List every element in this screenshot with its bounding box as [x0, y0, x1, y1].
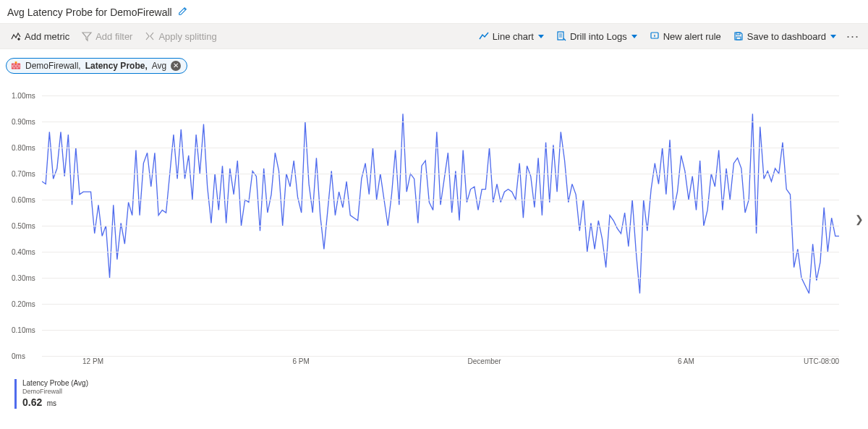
more-options-button[interactable]: ··· — [843, 29, 862, 44]
line-chart-icon — [478, 30, 490, 42]
next-time-range-button[interactable]: ❯ — [855, 213, 864, 225]
svg-rect-3 — [736, 33, 740, 35]
gridline — [42, 174, 839, 174]
timezone-label: UTC-08:00 — [804, 357, 839, 365]
add-metric-button[interactable]: Add metric — [6, 27, 74, 45]
gridline — [42, 304, 839, 305]
legend: Latency Probe (Avg) DemoFirewall 0.62 ms — [0, 369, 868, 409]
y-axis-label: 0ms — [12, 352, 25, 360]
add-filter-button[interactable]: Add filter — [77, 27, 137, 45]
y-axis-label: 0.40ms — [12, 248, 35, 256]
apply-splitting-label: Apply splitting — [158, 31, 216, 42]
chevron-down-icon — [631, 35, 637, 38]
x-axis-label: December — [468, 357, 501, 365]
chart-area: ❯ 0ms0.10ms0.20ms0.30ms0.40ms0.50ms0.60m… — [0, 82, 868, 356]
filter-icon — [81, 30, 93, 42]
svg-rect-1 — [558, 32, 563, 40]
new-alert-label: New alert rule — [663, 31, 721, 42]
gridline — [42, 252, 839, 252]
legend-series-resource: DemoFirewall — [22, 388, 868, 396]
gridline — [42, 95, 839, 96]
gridline — [42, 122, 839, 122]
metric-pill[interactable]: DemoFirewall, Latency Probe, Avg ✕ — [6, 58, 187, 74]
drill-logs-label: Drill into Logs — [570, 31, 627, 42]
y-axis-label: 0.90ms — [12, 118, 35, 126]
legend-value: 0.62 — [22, 396, 42, 408]
drill-logs-dropdown[interactable]: Drill into Logs — [551, 27, 642, 45]
save-dashboard-label: Save to dashboard — [747, 31, 826, 42]
chevron-down-icon — [830, 35, 836, 38]
pill-resource: DemoFirewall, — [25, 61, 81, 71]
chevron-down-icon — [538, 35, 544, 38]
legend-unit: ms — [47, 399, 56, 407]
chart-header: Avg Latency Probe for DemoFirewall — [0, 0, 868, 23]
gridline — [42, 200, 839, 200]
x-axis-label: 6 PM — [292, 357, 309, 365]
toolbar: Add metric Add filter Apply splitting Li… — [0, 23, 868, 49]
new-alert-button[interactable]: New alert rule — [644, 27, 726, 45]
gridline — [42, 226, 839, 226]
y-axis-label: 0.60ms — [12, 196, 35, 204]
legend-series-name: Latency Probe (Avg) — [22, 379, 868, 388]
y-axis-label: 0.20ms — [12, 300, 35, 308]
y-axis-label: 0.80ms — [12, 144, 35, 152]
x-axis-label: 12 PM — [82, 357, 103, 365]
edit-title-icon[interactable] — [178, 6, 188, 19]
split-icon — [144, 30, 156, 42]
alert-icon — [649, 30, 660, 42]
plot-area[interactable] — [42, 95, 839, 356]
gridline — [42, 148, 839, 148]
add-metric-icon — [10, 30, 22, 42]
y-axis-label: 0.50ms — [12, 222, 35, 230]
apply-splitting-button[interactable]: Apply splitting — [140, 27, 221, 45]
x-axis-label: 6 AM — [678, 357, 694, 365]
remove-metric-icon[interactable]: ✕ — [171, 61, 181, 71]
gridline — [42, 330, 839, 331]
metric-pills-row: DemoFirewall, Latency Probe, Avg ✕ — [0, 49, 868, 82]
save-dashboard-dropdown[interactable]: Save to dashboard — [728, 27, 841, 45]
firewall-icon — [11, 61, 21, 71]
pill-metric: Latency Probe, — [85, 61, 148, 71]
legend-item[interactable]: Latency Probe (Avg) DemoFirewall 0.62 ms — [14, 379, 868, 409]
y-axis-label: 1.00ms — [12, 92, 35, 100]
add-filter-label: Add filter — [95, 31, 132, 42]
pill-agg: Avg — [152, 61, 166, 71]
add-metric-label: Add metric — [25, 31, 69, 42]
drill-logs-icon — [556, 30, 567, 42]
page-title: Avg Latency Probe for DemoFirewall — [7, 7, 172, 18]
y-axis-label: 0.30ms — [12, 274, 35, 282]
y-axis-label: 0.10ms — [12, 326, 35, 334]
x-axis-labels: 12 PM6 PMDecember6 AMUTC-08:00 — [42, 356, 839, 369]
y-axis-label: 0.70ms — [12, 170, 35, 178]
gridline — [42, 278, 839, 279]
save-icon — [733, 30, 744, 42]
chart-type-label: Line chart — [493, 31, 534, 42]
chart-type-dropdown[interactable]: Line chart — [474, 27, 548, 45]
